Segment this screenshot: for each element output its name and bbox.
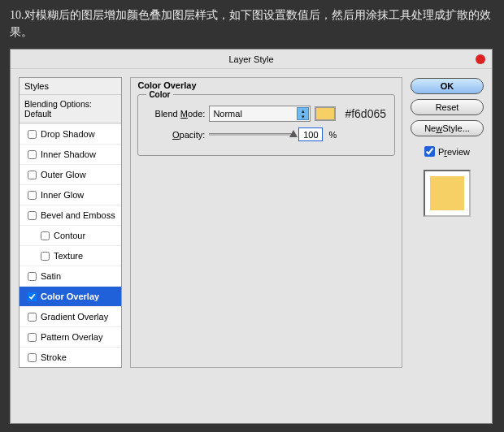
right-panel: OK Reset New Style... Preview [411, 77, 484, 368]
style-checkbox[interactable] [28, 171, 37, 179]
opacity-unit: % [328, 130, 337, 140]
style-item-label: Pattern Overlay [41, 332, 102, 342]
style-item-label: Texture [54, 251, 83, 261]
style-item-label: Color Overlay [41, 292, 99, 301]
blending-options[interactable]: Blending Options: Default [20, 95, 121, 123]
style-item-contour[interactable]: Contour [20, 225, 121, 245]
style-item-label: Inner Shadow [41, 149, 96, 159]
style-item-label: Satin [41, 271, 61, 281]
preview-swatch [430, 176, 464, 210]
styles-panel: Styles Blending Options: Default Drop Sh… [19, 77, 122, 368]
opacity-input[interactable] [298, 127, 323, 141]
slider-thumb-icon[interactable] [289, 130, 298, 137]
style-item-pattern-overlay[interactable]: Pattern Overlay [20, 326, 121, 347]
style-item-label: Bevel and Emboss [41, 210, 115, 220]
layer-style-dialog: Layer Style Styles Blending Options: Def… [10, 49, 493, 424]
group-legend: Color [146, 90, 172, 99]
blend-mode-select[interactable]: Normal ▴▾ [209, 106, 311, 122]
styles-header[interactable]: Styles [20, 78, 121, 95]
preview-checkbox[interactable] [424, 146, 435, 157]
style-checkbox[interactable] [28, 333, 37, 342]
overlay-settings-panel: Color Overlay Color Blend Mode: Normal ▴… [130, 77, 402, 368]
style-item-inner-glow[interactable]: Inner Glow [20, 184, 121, 205]
style-checkbox[interactable] [28, 292, 37, 301]
opacity-label: Opacity: [146, 130, 205, 140]
opacity-slider[interactable] [209, 133, 294, 136]
style-checkbox[interactable] [28, 211, 37, 220]
color-group: Color Blend Mode: Normal ▴▾ #f6d065 Opac… [137, 90, 395, 156]
style-item-label: Contour [54, 231, 85, 240]
style-checkbox[interactable] [28, 272, 37, 281]
select-arrows-icon[interactable]: ▴▾ [297, 107, 309, 120]
style-item-color-overlay[interactable]: Color Overlay [20, 286, 121, 306]
style-item-outer-glow[interactable]: Outer Glow [20, 164, 121, 184]
blend-mode-value: Normal [213, 109, 241, 119]
style-item-label: Gradient Overlay [41, 312, 108, 322]
dialog-title: Layer Style [228, 54, 273, 64]
style-checkbox[interactable] [28, 313, 37, 322]
style-item-label: Outer Glow [41, 170, 86, 179]
style-checkbox[interactable] [28, 150, 37, 159]
style-item-gradient-overlay[interactable]: Gradient Overlay [20, 306, 121, 326]
style-checkbox[interactable] [41, 252, 50, 261]
style-item-inner-shadow[interactable]: Inner Shadow [20, 144, 121, 164]
style-item-texture[interactable]: Texture [20, 245, 121, 266]
dialog-content: Styles Blending Options: Default Drop Sh… [11, 69, 492, 376]
close-icon[interactable] [476, 54, 485, 64]
ok-button[interactable]: OK [411, 78, 484, 94]
style-item-satin[interactable]: Satin [20, 266, 121, 286]
preview-label: Preview [438, 147, 470, 157]
style-item-label: Inner Glow [41, 190, 84, 200]
style-checkbox[interactable] [41, 231, 50, 240]
style-item-label: Stroke [41, 352, 67, 362]
preview-box [424, 170, 471, 217]
color-hex-label: #f6d065 [345, 107, 386, 120]
style-checkbox[interactable] [28, 353, 37, 362]
titlebar: Layer Style [11, 50, 492, 69]
section-title: Color Overlay [137, 80, 395, 90]
reset-button[interactable]: Reset [411, 99, 484, 115]
style-item-bevel-and-emboss[interactable]: Bevel and Emboss [20, 205, 121, 225]
style-item-stroke[interactable]: Stroke [20, 347, 121, 367]
blend-mode-label: Blend Mode: [146, 109, 205, 119]
new-style-button[interactable]: New Style... [411, 120, 484, 136]
style-item-label: Drop Shadow [41, 129, 95, 139]
style-checkbox[interactable] [28, 130, 37, 139]
style-checkbox[interactable] [28, 191, 37, 200]
color-swatch[interactable] [315, 106, 336, 121]
instruction-text: 10.对模糊后的图层增加颜色叠加图层样式，如下图设置数值后，然后用涂抹工具处理成… [0, 0, 504, 49]
style-item-drop-shadow[interactable]: Drop Shadow [20, 123, 121, 144]
preview-toggle[interactable]: Preview [424, 146, 470, 157]
